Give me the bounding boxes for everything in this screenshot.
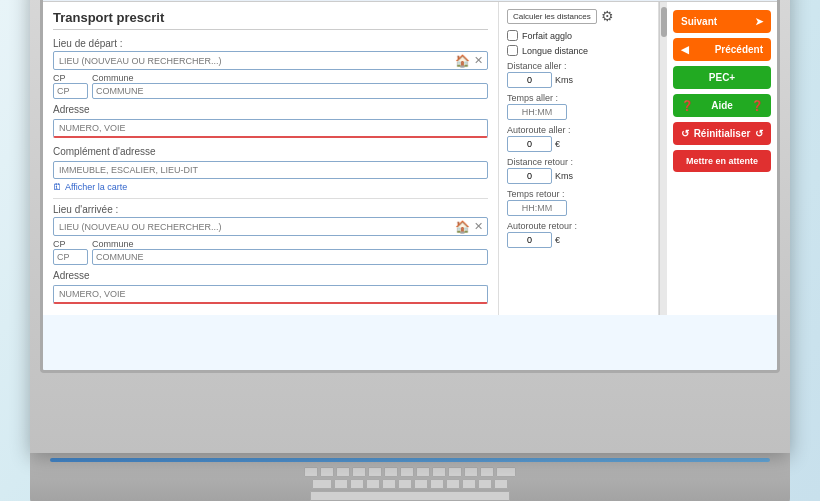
- key: [480, 467, 494, 477]
- dist-retour-label: Distance retour :: [507, 157, 650, 167]
- reinit-label: Réinitialiser: [694, 128, 751, 139]
- depart-clear-btn[interactable]: ✕: [470, 52, 487, 69]
- complement-label: Complément d'adresse: [53, 146, 488, 157]
- cp-label: CP: [53, 73, 88, 83]
- spacebar: [310, 491, 510, 501]
- scrollbar-thumb[interactable]: [661, 7, 667, 37]
- aide-icon-left: ❓: [681, 100, 693, 111]
- dist-retour-unit: Kms: [555, 171, 573, 181]
- dist-aller-input[interactable]: [507, 72, 552, 88]
- temps-aller-group: Temps aller :: [507, 93, 650, 120]
- key: [398, 479, 412, 489]
- section-divider: [53, 198, 488, 199]
- key: [368, 467, 382, 477]
- key-row-3: [50, 491, 770, 501]
- dist-retour-group: Distance retour : Kms: [507, 157, 650, 184]
- map-link[interactable]: 🗓 Afficher la carte: [53, 182, 488, 192]
- calc-btn-row: Calculer les distances ⚙: [507, 8, 650, 24]
- autoroute-retour-label: Autoroute retour :: [507, 221, 650, 231]
- key: [414, 479, 428, 489]
- key: [334, 479, 348, 489]
- aide-icon-right: ❓: [751, 100, 763, 111]
- dist-aller-input-row: Kms: [507, 72, 650, 88]
- key: [336, 467, 350, 477]
- suivant-icon: ➤: [755, 16, 763, 27]
- app-content: Transport prescrit Lieu de départ : 🏠 ✕ …: [43, 2, 777, 315]
- arrivee-adresse-input[interactable]: [53, 285, 488, 304]
- precedent-icon: ◀: [681, 44, 689, 55]
- temps-aller-label: Temps aller :: [507, 93, 650, 103]
- laptop-screen: Transport prescrit Lieu de départ : 🏠 ✕ …: [30, 0, 790, 453]
- depart-adresse-input[interactable]: [53, 119, 488, 138]
- arrivee-cp-input[interactable]: [53, 249, 88, 265]
- commune-label: Commune: [92, 73, 488, 83]
- forfait-checkbox[interactable]: [507, 30, 518, 41]
- attente-label: Mettre en attente: [686, 156, 758, 166]
- map-link-text: Afficher la carte: [65, 182, 127, 192]
- settings-icon[interactable]: ⚙: [601, 8, 614, 24]
- autoroute-aller-input[interactable]: [507, 136, 552, 152]
- calc-distances-btn[interactable]: Calculer les distances: [507, 9, 597, 24]
- arrivee-cp-block: CP: [53, 239, 88, 265]
- home-icon: 🏠: [455, 54, 470, 68]
- depart-cp-block: CP: [53, 73, 88, 99]
- arrivee-search-input[interactable]: [54, 219, 451, 235]
- key: [494, 479, 508, 489]
- pec-button[interactable]: PEC+: [673, 66, 771, 89]
- aide-button[interactable]: ❓ Aide ❓: [673, 94, 771, 117]
- arrivee-commune-block: Commune: [92, 239, 488, 265]
- aide-label: Aide: [711, 100, 733, 111]
- autoroute-retour-unit: €: [555, 235, 560, 245]
- temps-retour-input-row: [507, 200, 650, 216]
- autoroute-aller-unit: €: [555, 139, 560, 149]
- precedent-button[interactable]: ◀ Précédent: [673, 38, 771, 61]
- arrivee-commune-input[interactable]: [92, 249, 488, 265]
- dist-retour-input-row: Kms: [507, 168, 650, 184]
- map-icon: 🗓: [53, 182, 62, 192]
- scrollbar[interactable]: [659, 2, 667, 315]
- key: [352, 467, 366, 477]
- arrivee-cp-commune-row: CP Commune: [53, 239, 488, 265]
- arrivee-clear-btn[interactable]: ✕: [470, 218, 487, 235]
- dist-aller-group: Distance aller : Kms: [507, 61, 650, 88]
- form-title: Transport prescrit: [53, 10, 488, 30]
- arrivee-adresse-label: Adresse: [53, 270, 488, 281]
- screen: Transport prescrit Lieu de départ : 🏠 ✕ …: [40, 0, 780, 373]
- depart-cp-commune-row: CP Commune: [53, 73, 488, 99]
- temps-retour-input[interactable]: [507, 200, 567, 216]
- suivant-button[interactable]: Suivant ➤: [673, 10, 771, 33]
- key: [400, 467, 414, 477]
- blue-bar: [50, 458, 770, 462]
- key: [416, 467, 430, 477]
- arrivee-home-icon: 🏠: [455, 220, 470, 234]
- key: [382, 479, 396, 489]
- pec-label: PEC+: [709, 72, 735, 83]
- depart-search-input[interactable]: [54, 53, 451, 69]
- autoroute-aller-label: Autoroute aller :: [507, 125, 650, 135]
- depart-commune-input[interactable]: [92, 83, 488, 99]
- arrivee-label: Lieu d'arrivée :: [53, 204, 488, 215]
- arrivee-search-row: 🏠 ✕: [53, 217, 488, 236]
- actions-panel: Suivant ➤ ◀ Précédent PEC+ ❓ Aide ❓: [667, 2, 777, 315]
- depart-label: Lieu de départ :: [53, 38, 488, 49]
- attente-button[interactable]: Mettre en attente: [673, 150, 771, 172]
- autoroute-retour-input[interactable]: [507, 232, 552, 248]
- autoroute-aller-input-row: €: [507, 136, 650, 152]
- temps-aller-input-row: [507, 104, 650, 120]
- arrivee-cp-label: CP: [53, 239, 88, 249]
- dist-retour-input[interactable]: [507, 168, 552, 184]
- temps-aller-input[interactable]: [507, 104, 567, 120]
- autoroute-retour-group: Autoroute retour : €: [507, 221, 650, 248]
- reinitialiser-button[interactable]: ↺ Réinitialiser ↺: [673, 122, 771, 145]
- key: [432, 467, 446, 477]
- depart-cp-input[interactable]: [53, 83, 88, 99]
- key: [366, 479, 380, 489]
- keyboard: [30, 453, 790, 501]
- adresse-label: Adresse: [53, 104, 488, 115]
- dist-aller-label: Distance aller :: [507, 61, 650, 71]
- depart-commune-block: Commune: [92, 73, 488, 99]
- longue-checkbox[interactable]: [507, 45, 518, 56]
- reinit-icon-right: ↺: [755, 128, 763, 139]
- depart-complement-input[interactable]: [53, 161, 488, 179]
- autoroute-retour-input-row: €: [507, 232, 650, 248]
